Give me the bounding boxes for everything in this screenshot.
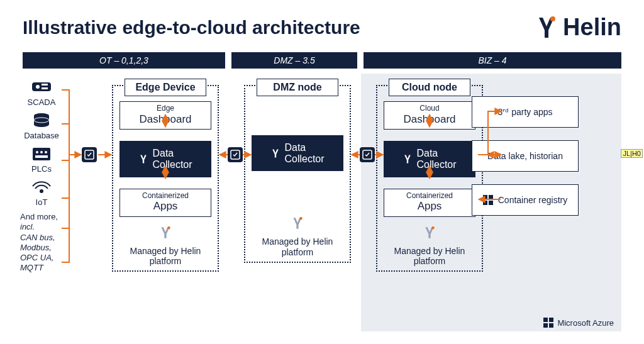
sources-column: SCADA Database PLCs IoT A xyxy=(20,79,63,274)
svg-rect-16 xyxy=(483,195,487,199)
helin-y-icon xyxy=(423,226,436,240)
iot-icon xyxy=(30,179,53,196)
svg-rect-20 xyxy=(543,318,548,322)
cloud-apps-box: Containerized Apps xyxy=(384,189,475,217)
edge-dashboard-big: Dashboard xyxy=(120,113,211,126)
svg-rect-21 xyxy=(549,318,553,322)
edge-dashboard-small: Edge xyxy=(120,104,211,113)
page-title: Illustrative edge-to-cloud architecture xyxy=(23,17,360,38)
svg-rect-22 xyxy=(543,323,548,328)
svg-point-14 xyxy=(299,217,302,219)
cloud-dashboard-big: Dashboard xyxy=(384,113,475,126)
source-label: Database xyxy=(20,131,63,140)
source-label: IoT xyxy=(20,197,63,207)
brand-name: Helin xyxy=(563,14,621,41)
source-database: Database xyxy=(20,112,63,140)
third-party-label: 3ʳᵈ party apps xyxy=(497,107,552,118)
azure-label: Microsoft Azure xyxy=(557,318,614,328)
svg-point-10 xyxy=(45,151,47,153)
brand-logo: Helin xyxy=(534,14,621,41)
dmz-collector-s: Collector xyxy=(284,153,324,165)
svg-rect-40 xyxy=(363,150,372,159)
svg-rect-36 xyxy=(231,150,240,159)
source-scada: SCADA xyxy=(20,79,63,107)
edge-apps-box: Containerized Apps xyxy=(119,189,211,217)
helin-y-icon xyxy=(270,148,280,158)
scada-icon xyxy=(30,79,53,96)
edge-collector-s: Collector xyxy=(152,159,192,170)
edge-apps-big: Apps xyxy=(120,200,211,213)
source-more-line3: CAN bus, Modbus, OPC UA, MQTT xyxy=(20,233,63,274)
source-plcs: PLCs xyxy=(20,145,63,174)
windows-icon xyxy=(483,195,493,205)
cloud-apps-small: Containerized xyxy=(384,192,475,201)
zone-header-dmz: DMZ – 3.5 xyxy=(231,52,357,69)
svg-point-0 xyxy=(550,16,555,21)
cloud-collector-s: Collector xyxy=(416,159,456,170)
svg-rect-3 xyxy=(42,84,48,86)
azure-tag: Microsoft Azure xyxy=(543,318,614,328)
dmz-node: DMZ node Data Collector Managed by Helin… xyxy=(244,85,351,263)
svg-point-9 xyxy=(40,151,43,153)
source-more-line2: incl. xyxy=(20,222,63,232)
cloud-dashboard-box: Cloud Dashboard xyxy=(384,101,475,130)
svg-rect-18 xyxy=(483,201,487,205)
cloud-apps-big: Apps xyxy=(384,200,475,213)
plcs-icon xyxy=(30,145,53,163)
svg-rect-29 xyxy=(82,147,97,162)
svg-rect-39 xyxy=(360,147,375,162)
edge-managed-text: Managed by Helin platform xyxy=(119,246,211,267)
svg-point-15 xyxy=(431,226,434,229)
right-apps-column: 3ʳᵈ party apps Data lake, historian Cont… xyxy=(472,96,579,216)
registry-label: Container registry xyxy=(498,195,568,206)
svg-rect-17 xyxy=(489,195,493,199)
data-lake-box: Data lake, historian xyxy=(472,140,579,172)
source-label: PLCs xyxy=(20,164,63,174)
database-icon xyxy=(30,112,53,130)
third-party-apps-box: 3ʳᵈ party apps xyxy=(472,96,579,128)
source-label: SCADA xyxy=(20,97,63,107)
dmz-managed-text: Managed by Helin platform xyxy=(252,236,343,258)
svg-point-12 xyxy=(40,189,43,193)
cloud-collector-t: Data xyxy=(416,148,456,159)
cloud-collector-box: Data Collector xyxy=(384,141,475,177)
windows-icon xyxy=(543,318,553,328)
cloud-node: Cloud node Cloud Dashboard Data Collecto… xyxy=(376,85,483,272)
zone-header-biz: BIZ – 4 xyxy=(364,52,621,69)
svg-rect-11 xyxy=(35,155,48,158)
svg-point-2 xyxy=(36,85,40,89)
helin-y-icon xyxy=(291,216,304,230)
edge-collector-box: Data Collector xyxy=(119,141,211,177)
svg-rect-30 xyxy=(85,150,94,159)
dmz-collector-box: Data Collector xyxy=(252,135,343,171)
review-annotation: JL|H0 xyxy=(621,149,643,158)
zone-header-ot: OT – 0,1,2,3 xyxy=(23,52,225,69)
edge-dashboard-box: Edge Dashboard xyxy=(119,101,211,130)
dmz-collector-t: Data xyxy=(284,142,324,153)
cloud-managed-text: Managed by Helin platform xyxy=(384,246,475,267)
helin-y-icon xyxy=(402,154,413,164)
helin-y-icon xyxy=(138,154,148,164)
dmz-managed: Managed by Helin platform xyxy=(252,216,343,257)
edge-title: Edge Device xyxy=(125,79,206,96)
svg-rect-7 xyxy=(33,148,50,160)
svg-point-13 xyxy=(167,226,170,229)
edge-managed: Managed by Helin platform xyxy=(119,226,211,267)
svg-rect-23 xyxy=(549,323,553,328)
source-iot: IoT xyxy=(20,179,63,207)
data-lake-label: Data lake, historian xyxy=(487,151,563,162)
edge-collector-t: Data xyxy=(152,148,192,159)
edge-node: Edge Device Edge Dashboard Data Collecto… xyxy=(112,85,219,272)
source-more-line1: And more, xyxy=(20,212,63,222)
edge-apps-small: Containerized xyxy=(120,192,211,201)
source-more: And more, incl. CAN bus, Modbus, OPC UA,… xyxy=(20,212,63,274)
svg-rect-19 xyxy=(489,201,493,205)
svg-rect-4 xyxy=(42,87,48,89)
svg-point-8 xyxy=(36,151,38,153)
helin-logo-icon xyxy=(534,15,559,40)
cloud-managed: Managed by Helin platform xyxy=(384,226,475,267)
svg-rect-35 xyxy=(228,147,243,162)
cloud-dashboard-small: Cloud xyxy=(384,104,475,113)
helin-y-icon xyxy=(158,226,172,240)
cloud-title: Cloud node xyxy=(389,79,470,96)
